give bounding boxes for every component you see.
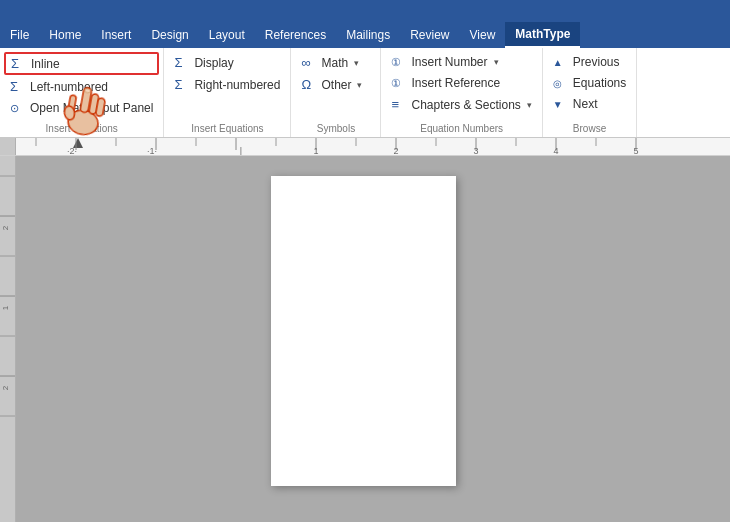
insert-number-arrow: ▾ <box>494 57 499 67</box>
previous-icon: ▲ <box>553 57 569 68</box>
menu-bar: File Home Insert Design Layout Reference… <box>0 22 730 48</box>
insert-equations-label-2: Insert Equations <box>191 123 263 134</box>
open-math-icon: ⊙ <box>10 102 26 115</box>
chapters-sections-button[interactable]: ≡ Chapters & Sections ▾ <box>385 94 537 115</box>
math-button[interactable]: ∞ Math ▾ <box>295 52 376 73</box>
browse-label: Browse <box>573 123 606 134</box>
tab-mailings[interactable]: Mailings <box>336 22 400 48</box>
ribbon: Σ Inline Σ Left-numbered ⊙ Open Math Inp… <box>0 48 730 138</box>
tab-references[interactable]: References <box>255 22 336 48</box>
insert-number-icon: ① <box>391 56 407 69</box>
insert-reference-button[interactable]: ① Insert Reference <box>385 73 537 93</box>
ruler-vertical: 2 1 2 <box>0 156 16 522</box>
insert-ref-icon: ① <box>391 77 407 90</box>
symbols-label: Symbols <box>317 123 355 134</box>
display-group: Σ Display Σ Right-numbered Insert Equati… <box>164 48 291 137</box>
svg-text:2: 2 <box>393 146 398 156</box>
svg-text:1: 1 <box>313 146 318 156</box>
browse-group: ▲ Previous ◎ Equations ▼ Next Browse <box>543 48 637 137</box>
equations-icon: ◎ <box>553 78 569 89</box>
document-scroll-area[interactable] <box>16 156 730 522</box>
document-page <box>271 176 456 486</box>
svg-text:2: 2 <box>1 385 10 390</box>
infinity-icon: ∞ <box>301 55 317 70</box>
svg-text:4: 4 <box>553 146 558 156</box>
sigma-icon-3: Σ <box>174 55 190 70</box>
tab-home[interactable]: Home <box>39 22 91 48</box>
left-numbered-button[interactable]: Σ Left-numbered <box>4 76 159 97</box>
equation-numbers-label: Equation Numbers <box>420 123 503 134</box>
previous-button[interactable]: ▲ Previous <box>547 52 632 72</box>
sigma-icon-2: Σ <box>10 79 26 94</box>
display-button[interactable]: Σ Display <box>168 52 286 73</box>
other-dropdown-arrow: ▾ <box>357 80 362 90</box>
svg-text:·2·: ·2· <box>67 146 77 156</box>
tab-review[interactable]: Review <box>400 22 459 48</box>
math-dropdown-arrow: ▾ <box>354 58 359 68</box>
other-button[interactable]: Ω Other ▾ <box>295 74 376 95</box>
svg-text:2: 2 <box>1 225 10 230</box>
inline-button[interactable]: Σ Inline <box>4 52 159 75</box>
right-numbered-button[interactable]: Σ Right-numbered <box>168 74 286 95</box>
next-icon: ▼ <box>553 99 569 110</box>
equation-numbers-group: ① Insert Number ▾ ① Insert Reference ≡ C… <box>381 48 542 137</box>
next-button[interactable]: ▼ Next <box>547 94 632 114</box>
omega-icon: Ω <box>301 77 317 92</box>
title-bar <box>0 0 730 22</box>
document-area: 2 1 2 <box>0 156 730 522</box>
tab-layout[interactable]: Layout <box>199 22 255 48</box>
chapters-arrow: ▾ <box>527 100 532 110</box>
svg-text:|: | <box>240 146 242 156</box>
sigma-icon: Σ <box>11 56 27 71</box>
tab-design[interactable]: Design <box>141 22 198 48</box>
chapters-icon: ≡ <box>391 97 407 112</box>
svg-text:1: 1 <box>1 305 10 310</box>
tab-mathtype[interactable]: MathType <box>505 22 580 48</box>
insert-equations-label: Insert Equations <box>46 123 118 134</box>
tab-view[interactable]: View <box>460 22 506 48</box>
symbols-group: ∞ Math ▾ Ω Other ▾ Symbols <box>291 48 381 137</box>
sigma-icon-4: Σ <box>174 77 190 92</box>
svg-text:3: 3 <box>473 146 478 156</box>
ruler-svg: ·2· ·1· | 1 2 3 4 5 <box>16 138 730 156</box>
insert-number-button[interactable]: ① Insert Number ▾ <box>385 52 537 72</box>
svg-text:5: 5 <box>633 146 638 156</box>
equations-button[interactable]: ◎ Equations <box>547 73 632 93</box>
tab-insert[interactable]: Insert <box>91 22 141 48</box>
svg-text:·1·: ·1· <box>147 146 157 156</box>
ruler-horizontal: ·2· ·1· | 1 2 3 4 5 <box>0 138 730 156</box>
insert-equations-group: Σ Inline Σ Left-numbered ⊙ Open Math Inp… <box>0 48 164 137</box>
tab-file[interactable]: File <box>0 22 39 48</box>
open-math-input-button[interactable]: ⊙ Open Math Input Panel <box>4 98 159 118</box>
